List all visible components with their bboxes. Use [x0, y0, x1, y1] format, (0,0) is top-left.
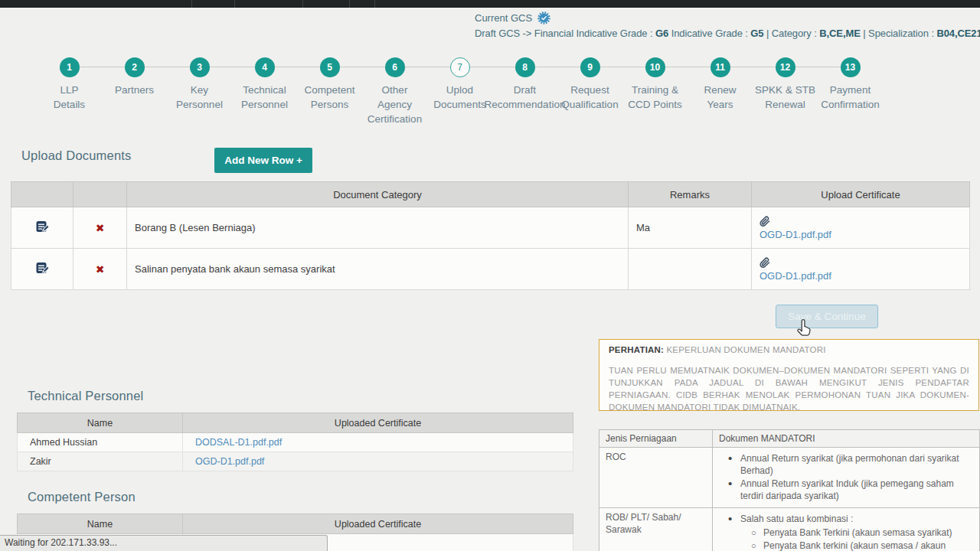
document-category-header: Document Category	[127, 182, 629, 207]
step-label: KeyPersonnel	[176, 83, 223, 112]
step-11[interactable]: 11RenewYears	[688, 57, 753, 126]
save-continue-button[interactable]: Save & Continue	[776, 305, 878, 328]
notice-heading: PERHATIAN: KEPERLUAN DOKUMEN MANDATORI	[609, 345, 969, 354]
specialization-value: B04,CE21,M15	[936, 28, 980, 39]
step-6[interactable]: 6OtherAgencyCertification	[362, 57, 427, 126]
competent-person-title: Competent Person	[28, 490, 136, 504]
step-3[interactable]: 3KeyPersonnel	[167, 57, 232, 126]
certificate-link[interactable]: OGD-D1.pdf.pdf	[195, 456, 264, 467]
step-circle: 7	[450, 57, 470, 77]
step-2[interactable]: 2Partners	[102, 57, 167, 126]
paperclip-icon	[760, 216, 962, 227]
certificate-link[interactable]: OGD-D1.pdf.pdf	[760, 229, 962, 240]
mandatory-documents-notice: PERHATIAN: KEPERLUAN DOKUMEN MANDATORI T…	[599, 339, 979, 411]
certificate-cell: OGD-D1.pdf.pdf	[752, 249, 970, 290]
paperclip-icon	[760, 257, 962, 269]
certificate-link[interactable]: DODSAL-D1.pdf.pdf	[195, 437, 282, 448]
table-header-row: Name Uploaded Certificate	[18, 413, 573, 433]
step-13[interactable]: 13PaymentConfirmation	[818, 57, 883, 126]
step-12[interactable]: 12SPKK & STBRenewal	[753, 57, 818, 126]
certificate-link[interactable]: OGD-D1.pdf.pdf	[760, 270, 962, 282]
add-new-row-button[interactable]: Add New Row +	[214, 148, 312, 173]
business-type-cell: ROC	[599, 448, 713, 508]
jenis-perniagaan-header: Jenis Perniagaan	[599, 430, 713, 448]
step-10[interactable]: 10Training &CCD Points	[622, 57, 688, 126]
step-4[interactable]: 4TechnicalPersonnel	[232, 57, 297, 126]
indicative-grade-label: Indicative Grade :	[668, 28, 750, 39]
edit-row-icon[interactable]	[35, 261, 49, 275]
financial-indicative-grade: G6	[655, 28, 668, 39]
mandatory-doc-sublist: Penyata Bank Terkini (akaun semasa syari…	[728, 527, 973, 551]
current-gcs-label: Current GCS	[475, 12, 532, 24]
list-item: Penyata Bank terkini (akaun semasa / aka…	[751, 540, 973, 551]
edit-row-icon[interactable]	[35, 220, 49, 233]
step-circle: 12	[776, 57, 795, 77]
remarks-header: Remarks	[629, 182, 752, 207]
list-item: Salah satu atau kombinasi :	[728, 514, 973, 526]
step-circle: 11	[710, 57, 730, 77]
list-item: Penyata Bank Terkini (akaun semasa syari…	[751, 527, 973, 540]
edit-column-header	[11, 182, 74, 207]
step-7[interactable]: 7UplodDocuments	[427, 57, 492, 126]
indicative-grade: G5	[750, 28, 763, 39]
uploaded-certificate-header: Uploaded Certificate	[183, 514, 573, 534]
draft-gcs-prefix: Draft GCS -> Financial Indicative Grade …	[475, 28, 655, 39]
step-label: DraftRecommendation	[485, 83, 566, 112]
step-circle: 6	[385, 57, 405, 77]
category-value: B,CE,ME	[819, 28, 860, 39]
mandatory-documents-table: Jenis Perniagaan Dokumen MANDATORI ROCAn…	[599, 429, 980, 551]
remarks-cell	[629, 249, 752, 290]
step-circle: 2	[125, 57, 145, 77]
document-category-cell: Salinan penyata bank akaun semasa syarik…	[127, 249, 629, 290]
mandatory-doc-list: Salah satu atau kombinasi :Penyata Bank …	[719, 514, 973, 551]
step-label: UplodDocuments	[433, 83, 485, 112]
step-9[interactable]: 9RequestQualification	[557, 57, 622, 126]
step-label: CompetentPersons	[304, 83, 354, 112]
table-header-row: Name Uploaded Certificate	[18, 514, 573, 534]
dokumen-mandatori-header: Dokumen MANDATORI	[713, 430, 980, 448]
draft-gcs-line: Draft GCS -> Financial Indicative Grade …	[475, 28, 980, 39]
step-label: OtherAgencyCertification	[368, 83, 422, 126]
name-header: Name	[18, 413, 183, 433]
upload-documents-table: Document Category Remarks Upload Certifi…	[11, 181, 970, 290]
upload-certificate-header: Upload Certificate	[752, 182, 970, 207]
delete-row-icon[interactable]: ✖	[96, 263, 105, 276]
tab-divider	[349, 0, 350, 8]
step-circle: 3	[190, 57, 210, 77]
notice-heading-bold: PERHATIAN:	[609, 345, 664, 354]
specialization-label: | Specialization :	[861, 28, 937, 39]
wizard-stepper: 1LLPDetails2Partners3KeyPersonnel4Techni…	[37, 57, 883, 126]
business-type-cell: ROB/ PLT/ Sabah/ Sarawak	[599, 508, 713, 551]
person-name-cell: Zakir	[18, 452, 183, 471]
mandatory-doc-list: Annual Return syarikat (jika permohonan …	[719, 453, 973, 502]
browser-status-bar: Waiting for 202.171.33.93...	[0, 535, 328, 551]
mandatory-docs-cell: Annual Return syarikat (jika permohonan …	[713, 448, 980, 508]
step-label: RenewYears	[704, 83, 736, 112]
table-row: ZakirOGD-D1.pdf.pdf	[18, 452, 573, 471]
tab-divider	[374, 0, 375, 8]
step-circle: 9	[580, 57, 600, 77]
table-header-row: Jenis Perniagaan Dokumen MANDATORI	[599, 430, 980, 448]
step-1[interactable]: 1LLPDetails	[37, 57, 102, 126]
remarks-cell: Ma	[629, 207, 752, 249]
step-circle: 5	[320, 57, 340, 77]
step-label: Training &CCD Points	[628, 83, 682, 112]
verified-badge-icon	[537, 11, 550, 24]
upload-documents-title: Upload Documents	[21, 148, 132, 163]
certificate-cell: OGD-D1.pdf.pdf	[183, 452, 573, 471]
delete-row-icon[interactable]: ✖	[96, 222, 105, 234]
list-item: Annual Return syarikat (jika permohonan …	[728, 453, 973, 477]
step-circle: 1	[60, 57, 80, 77]
step-circle: 10	[645, 57, 665, 77]
technical-personnel-table: Name Uploaded Certificate Ahmed HussianD…	[17, 412, 573, 471]
technical-personnel-title: Technical Personnel	[28, 389, 143, 403]
current-gcs-line: Current GCS	[475, 11, 550, 24]
name-header: Name	[18, 514, 183, 534]
step-5[interactable]: 5CompetentPersons	[297, 57, 362, 126]
step-8[interactable]: 8DraftRecommendation	[492, 57, 557, 126]
table-row: ROCAnnual Return syarikat (jika permohon…	[599, 448, 980, 508]
step-label: Partners	[115, 83, 154, 97]
step-circle: 4	[255, 57, 275, 77]
browser-tab-strip	[0, 0, 980, 8]
table-row: Ahmed HussianDODSAL-D1.pdf.pdf	[18, 433, 573, 452]
